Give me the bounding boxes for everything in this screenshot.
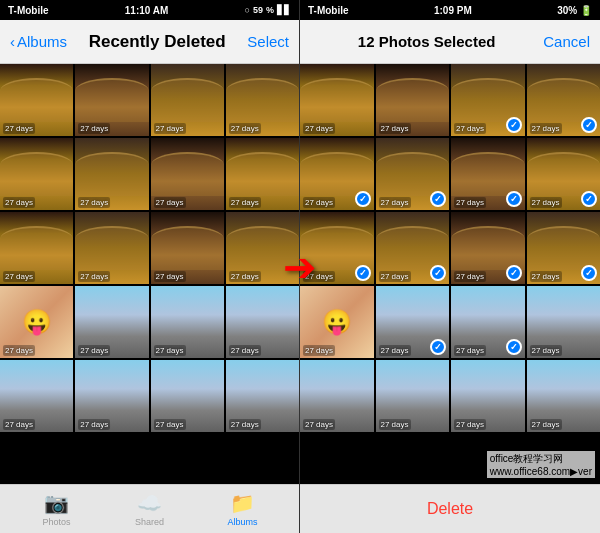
photo-cell[interactable]: 27 days (151, 138, 224, 210)
photo-cell[interactable]: 27 days (376, 286, 450, 358)
photo-cell[interactable]: 😛27 days (300, 286, 374, 358)
days-label: 27 days (379, 419, 411, 430)
photo-cell[interactable]: 27 days (226, 138, 299, 210)
photo-cell[interactable]: 27 days (451, 212, 525, 284)
photo-cell[interactable]: 27 days (75, 360, 148, 432)
left-status-icons: ○ 59% ▋▋ (245, 5, 291, 15)
photo-cell[interactable]: 27 days (451, 138, 525, 210)
photo-cell[interactable]: 27 days (527, 360, 601, 432)
photo-cell[interactable]: 27 days (451, 360, 525, 432)
days-label: 27 days (530, 271, 562, 282)
photo-cell[interactable]: 27 days (527, 212, 601, 284)
photo-cell[interactable]: 27 days (151, 212, 224, 284)
photo-cell[interactable]: 27 days (151, 286, 224, 358)
left-panel: T-Mobile 11:10 AM ○ 59% ▋▋ ‹ Albums Rece… (0, 0, 300, 533)
selected-check-icon (355, 265, 371, 281)
photos-icon: 📷 (44, 491, 69, 515)
photo-cell[interactable]: 27 days (376, 360, 450, 432)
days-label: 27 days (154, 271, 186, 282)
photo-cell[interactable]: 27 days (451, 286, 525, 358)
days-label: 27 days (78, 271, 110, 282)
photo-cell[interactable]: 27 days (75, 212, 148, 284)
cancel-button[interactable]: Cancel (543, 33, 590, 50)
right-battery-icon: 🔋 (580, 5, 592, 16)
days-label: 27 days (3, 123, 35, 134)
photo-cell[interactable]: 27 days (376, 212, 450, 284)
selected-check-icon (506, 117, 522, 133)
days-label: 27 days (530, 197, 562, 208)
left-toolbar: 📷Photos☁️Shared📁Albums (0, 484, 299, 533)
days-label: 27 days (229, 345, 261, 356)
right-battery-pct: 30 (557, 5, 568, 16)
photo-cell[interactable]: 27 days (376, 64, 450, 136)
days-label: 27 days (303, 419, 335, 430)
back-chevron-icon: ‹ (10, 33, 15, 50)
right-time: 1:09 PM (434, 5, 472, 16)
photo-cell[interactable]: 27 days (300, 212, 374, 284)
battery-percent: 59 (253, 5, 263, 15)
toolbar-item-photos[interactable]: 📷Photos (10, 491, 103, 527)
page-title: Recently Deleted (89, 32, 226, 52)
photos-selected-label: 12 Photos Selected (358, 33, 496, 50)
selected-check-icon (581, 191, 597, 207)
photo-cell[interactable]: 27 days (75, 64, 148, 136)
right-status-icons: 30% 🔋 (557, 5, 592, 16)
selected-check-icon (581, 265, 597, 281)
days-label: 27 days (379, 271, 411, 282)
days-label: 27 days (3, 197, 35, 208)
days-label: 27 days (379, 197, 411, 208)
photo-cell[interactable]: 27 days (151, 64, 224, 136)
toolbar-label: Albums (227, 517, 257, 527)
toolbar-item-shared[interactable]: ☁️Shared (103, 491, 196, 527)
back-button[interactable]: ‹ Albums (10, 33, 67, 50)
photo-cell[interactable]: 27 days (527, 64, 601, 136)
photo-cell[interactable]: 27 days (527, 286, 601, 358)
days-label: 27 days (154, 345, 186, 356)
photo-cell[interactable]: 27 days (300, 138, 374, 210)
days-label: 27 days (454, 271, 486, 282)
photo-cell[interactable]: 27 days (451, 64, 525, 136)
toolbar-item-albums[interactable]: 📁Albums (196, 491, 289, 527)
selected-check-icon (581, 117, 597, 133)
selected-check-icon (430, 191, 446, 207)
photo-cell[interactable]: 27 days (0, 138, 73, 210)
days-label: 27 days (3, 419, 35, 430)
select-button[interactable]: Select (247, 33, 289, 50)
shared-icon: ☁️ (137, 491, 162, 515)
left-photo-grid: 27 days27 days27 days27 days27 days27 da… (0, 64, 299, 484)
days-label: 27 days (530, 345, 562, 356)
days-label: 27 days (303, 197, 335, 208)
right-status-bar: T-Mobile 1:09 PM 30% 🔋 (300, 0, 600, 20)
watermark-line2: www.office68.com▶ver (490, 466, 592, 477)
albums-icon: 📁 (230, 491, 255, 515)
selected-check-icon (506, 339, 522, 355)
photo-cell[interactable]: 27 days (300, 360, 374, 432)
days-label: 27 days (303, 345, 335, 356)
days-label: 27 days (78, 197, 110, 208)
photo-cell[interactable]: 27 days (226, 212, 299, 284)
photo-cell[interactable]: 27 days (226, 286, 299, 358)
photo-cell[interactable]: 27 days (376, 138, 450, 210)
back-label: Albums (17, 33, 67, 50)
photo-cell[interactable]: 😛27 days (0, 286, 73, 358)
photo-cell[interactable]: 27 days (300, 64, 374, 136)
photo-cell[interactable]: 27 days (0, 360, 73, 432)
photo-cell[interactable]: 27 days (75, 286, 148, 358)
days-label: 27 days (154, 123, 186, 134)
photo-cell[interactable]: 27 days (0, 212, 73, 284)
selected-check-icon (355, 191, 371, 207)
days-label: 27 days (229, 197, 261, 208)
photo-cell[interactable]: 27 days (226, 64, 299, 136)
toolbar-label: Shared (135, 517, 164, 527)
days-label: 27 days (379, 123, 411, 134)
photo-cell[interactable]: 27 days (75, 138, 148, 210)
photo-cell[interactable]: 27 days (151, 360, 224, 432)
photo-cell[interactable]: 27 days (527, 138, 601, 210)
bluetooth-icon: ○ (245, 5, 250, 15)
days-label: 27 days (3, 345, 35, 356)
delete-button[interactable]: Delete (427, 500, 473, 518)
photo-cell[interactable]: 27 days (0, 64, 73, 136)
left-nav-bar: ‹ Albums Recently Deleted Select (0, 20, 299, 64)
right-photo-grid: 27 days27 days27 days27 days27 days27 da… (300, 64, 600, 484)
photo-cell[interactable]: 27 days (226, 360, 299, 432)
